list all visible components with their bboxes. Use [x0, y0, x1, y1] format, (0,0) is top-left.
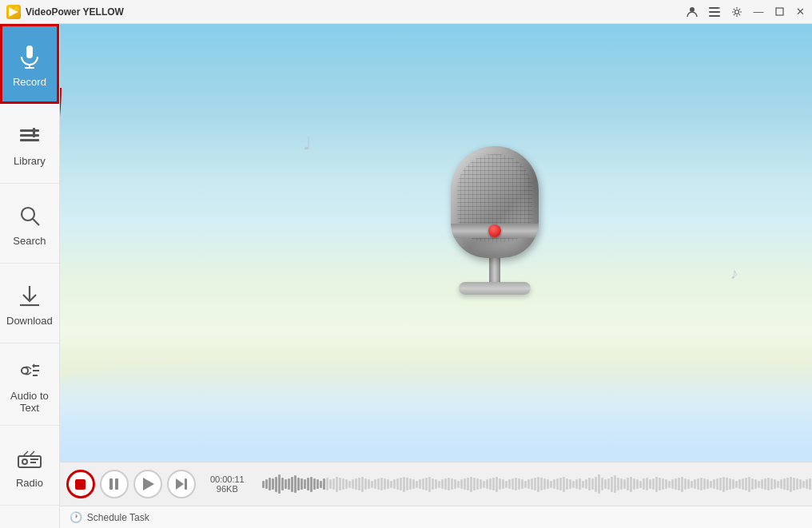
sidebar-item-search[interactable]: Search — [0, 184, 59, 264]
wave-bar — [511, 478, 514, 490]
wave-bar — [780, 479, 782, 489]
schedule-label[interactable]: Schedule Task — [87, 512, 149, 523]
wave-bar — [796, 478, 798, 490]
wave-bar — [371, 481, 373, 488]
main-layout: Record Library Search — [0, 24, 812, 528]
wave-bar — [393, 479, 396, 489]
wave-bar — [307, 478, 309, 491]
wave-bar — [566, 478, 568, 490]
wave-bar — [480, 479, 482, 489]
sidebar-item-library[interactable]: Library — [0, 104, 59, 184]
wave-bar — [611, 477, 613, 492]
wave-bar — [297, 478, 300, 491]
wave-bar — [601, 478, 603, 491]
close-button[interactable]: ✕ — [794, 6, 806, 18]
wave-bar — [595, 477, 597, 492]
wave-bar — [339, 478, 341, 491]
wave-bar — [428, 477, 431, 492]
wave-bar — [758, 481, 760, 488]
content-area: ♩ ♪ — [60, 24, 812, 528]
wave-bar — [316, 479, 319, 489]
maximize-button[interactable] — [774, 6, 785, 18]
wave-bar — [684, 478, 687, 490]
sidebar-item-download[interactable]: Download — [0, 264, 59, 343]
wave-bar — [639, 481, 642, 488]
gear-icon[interactable] — [730, 6, 743, 18]
music-note-1: ♩ — [303, 133, 311, 154]
wave-bar — [288, 478, 290, 490]
wave-bar — [377, 478, 380, 490]
wave-bar — [774, 479, 776, 489]
wave-bar — [476, 478, 479, 490]
wave-bar — [272, 478, 274, 490]
wave-bar — [285, 479, 287, 489]
wave-bar — [422, 478, 424, 490]
wave-bar — [412, 479, 415, 489]
wave-bar — [531, 478, 533, 490]
wave-bar — [722, 477, 725, 492]
wave-bar — [332, 478, 335, 490]
player-bar: 00:00:11 96KB — [60, 462, 812, 506]
wave-bar — [323, 478, 325, 490]
titlebar-controls: — ✕ — [686, 6, 806, 18]
wave-bar — [575, 479, 578, 489]
wave-bar — [793, 478, 795, 491]
wave-bar — [636, 479, 639, 489]
wave-bar — [646, 478, 648, 491]
audio-to-text-label: Audio to Text — [6, 390, 53, 414]
svg-point-25 — [22, 459, 27, 464]
record-label: Record — [13, 76, 46, 88]
wave-bar — [473, 478, 476, 491]
wave-bar — [457, 481, 460, 488]
wave-bar — [368, 479, 370, 489]
wave-bar — [579, 478, 581, 490]
wave-bar — [738, 479, 741, 489]
stop-button[interactable] — [66, 470, 95, 498]
sidebar-item-record[interactable]: Record — [0, 24, 59, 104]
svg-point-1 — [14, 6, 19, 11]
wave-bar — [790, 477, 792, 492]
skip-button[interactable] — [167, 470, 196, 498]
sidebar-item-radio[interactable]: Radio — [0, 426, 59, 506]
wave-bar — [534, 478, 536, 491]
wave-bar — [754, 479, 757, 489]
play-button[interactable] — [133, 470, 162, 498]
wave-bar — [569, 479, 571, 489]
minimize-button[interactable]: — — [753, 6, 764, 18]
wave-bar — [364, 478, 367, 490]
sidebar-item-audio-to-text[interactable]: Audio to Text — [0, 343, 59, 426]
wave-bar — [553, 479, 555, 489]
library-label: Library — [14, 155, 46, 167]
download-icon — [17, 283, 42, 308]
wave-bar — [492, 478, 495, 491]
wave-bar — [627, 478, 629, 491]
wave-bar — [710, 481, 712, 488]
wave-bar — [355, 478, 357, 490]
wave-bar — [451, 478, 453, 490]
wave-bar — [633, 478, 635, 490]
pause-button[interactable] — [100, 470, 129, 498]
library-icon — [17, 123, 42, 149]
svg-rect-4 — [709, 11, 720, 13]
app-title: VideoPower YELLOW — [26, 6, 124, 18]
user-icon[interactable] — [686, 6, 699, 18]
wave-bar — [767, 478, 770, 491]
wave-bar — [537, 477, 539, 492]
wave-bar — [563, 477, 565, 492]
wave-bar — [547, 479, 549, 489]
wave-bar — [505, 481, 508, 488]
app-logo — [6, 5, 21, 19]
wave-bar — [662, 478, 664, 490]
wave-bar — [735, 481, 738, 488]
wave-bar — [742, 478, 744, 490]
wave-bar — [387, 479, 389, 489]
wave-bar — [502, 479, 504, 489]
main-view: ♩ ♪ — [60, 24, 812, 462]
wave-bar — [419, 479, 421, 489]
wave-bar — [655, 477, 658, 492]
wave-bar — [691, 481, 693, 488]
radio-label: Radio — [16, 477, 43, 489]
wave-bar — [809, 478, 811, 490]
menu-icon[interactable] — [708, 6, 721, 18]
wave-bar — [607, 478, 610, 490]
